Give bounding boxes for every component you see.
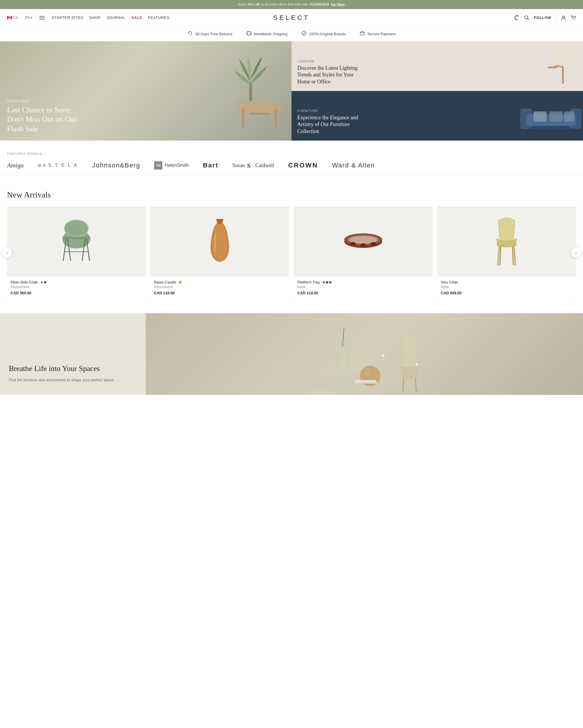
product-card-fiber-chair[interactable]: Fiber Side Chair Atmosphere CAD 365.00 — [7, 207, 146, 299]
products-carousel: ‹ — [7, 207, 576, 299]
brand-ward-allen[interactable]: Ward & Allen — [332, 162, 375, 169]
brand-amiga[interactable]: Amiga — [7, 162, 24, 169]
color-dot-black — [326, 281, 328, 284]
color-dot-blue — [323, 281, 325, 284]
stela-dot-1 — [37, 164, 41, 167]
svg-line-53 — [342, 328, 344, 347]
svg-rect-40 — [216, 219, 223, 221]
product-price-fiber-chair: CAD 365.00 — [10, 291, 142, 295]
svg-point-45 — [350, 242, 356, 245]
svg-rect-28 — [572, 128, 574, 134]
svg-line-4 — [527, 18, 529, 20]
svg-point-46 — [360, 243, 366, 247]
furniture-title: Experience the Elegance and Artistry of … — [297, 114, 361, 135]
product-image-carafe — [150, 207, 289, 277]
product-name-carafe: Raise Carafe — [154, 280, 286, 284]
brand-helen-smith[interactable]: HS HelenSmith — [154, 161, 189, 170]
new-arrivals-section: New Arrivals ‹ — [0, 176, 583, 307]
hero-furniture-panel[interactable]: FURNITURE Experience the Elegance and Ar… — [292, 91, 583, 140]
svg-rect-10 — [360, 32, 364, 35]
helen-label: HelenSmith — [165, 163, 189, 168]
nav-sale[interactable]: SALE — [131, 16, 142, 20]
nav-shop[interactable]: SHOP — [89, 16, 101, 20]
svg-rect-56 — [354, 382, 378, 384]
susan-s-logo: S — [247, 162, 254, 169]
svg-point-17 — [553, 45, 574, 67]
brands-row: Amiga S T E L A Johnson&Berg HS HelenSmi… — [7, 161, 576, 170]
nav-features[interactable]: FEATURES — [148, 16, 170, 20]
trust-payment-text: Secure Payment — [367, 32, 395, 36]
product-image-visu-chair — [437, 207, 576, 277]
language-selector[interactable]: EN ▾ — [25, 16, 32, 20]
svg-point-6 — [573, 19, 573, 20]
hero-left-panel[interactable]: FRASH SALE Last Chance to Save: Don't Mi… — [0, 42, 292, 140]
product-info-fiber-chair: Fiber Side Chair Atmosphere CAD 365.00 — [7, 277, 146, 299]
trust-payment: Secure Payment — [360, 31, 395, 37]
site-logo[interactable]: SELECT — [273, 14, 310, 22]
locale-flag: 🇨🇦 — [7, 15, 12, 20]
hero-right-panels: LIGHTING Discover the Latest Lighting Tr… — [292, 42, 583, 140]
hamburger-menu[interactable] — [39, 16, 45, 20]
stela-dot-2 — [42, 164, 46, 167]
brand-bart[interactable]: Bart — [203, 162, 218, 169]
carafe-colors — [179, 281, 181, 284]
language-label: EN — [25, 16, 30, 20]
product-card-tray[interactable]: Platform Tray Nook CAD 114.00 — [294, 207, 433, 299]
dark-mode-toggle[interactable] — [514, 15, 520, 20]
account-button[interactable] — [561, 15, 566, 20]
breathe-right-image[interactable] — [146, 313, 583, 395]
product-info-tray: Platform Tray Nook CAD 114.00 — [294, 277, 433, 299]
follow-button[interactable]: FOLLOW — [534, 16, 551, 20]
svg-point-60 — [382, 354, 385, 357]
product-card-carafe[interactable]: Raise Carafe Atmosphere CAD 110.00 — [150, 207, 289, 299]
lamp-decoration — [536, 44, 574, 88]
chevron-down-icon: ▾ — [31, 16, 32, 19]
product-card-visu-chair[interactable]: Visu Chair Idyllic CAD 659.00 — [437, 207, 576, 299]
trust-shipping-text: Worldwide Shipping — [254, 32, 287, 36]
color-dot-amber — [179, 281, 181, 284]
brand-crown[interactable]: CROWN — [288, 162, 318, 169]
trust-returns-text: 30-Days Free Returns — [195, 32, 232, 36]
svg-text:S: S — [247, 162, 250, 169]
product-name-fiber-chair: Fiber Side Chair — [10, 280, 142, 284]
original-icon — [301, 31, 307, 37]
products-grid: Fiber Side Chair Atmosphere CAD 365.00 — [7, 207, 576, 299]
svg-rect-24 — [533, 111, 547, 122]
nav-divider — [556, 15, 556, 21]
hero-lighting-content: LIGHTING Discover the Latest Lighting Tr… — [297, 60, 361, 85]
breathe-left-content: Breathe Life into Your Spaces Find the f… — [0, 313, 146, 395]
carousel-next-button[interactable]: › — [571, 247, 581, 258]
brand-johnson-berg[interactable]: Johnson&Berg — [92, 162, 140, 169]
svg-rect-25 — [550, 111, 563, 122]
carousel-prev-button[interactable]: ‹ — [2, 247, 12, 258]
susan-label-last: Caldwell — [255, 162, 274, 168]
hero-section: FRASH SALE Last Chance to Save: Don't Mi… — [0, 42, 583, 140]
nav-journal[interactable]: JOURNAL — [106, 16, 126, 20]
svg-rect-15 — [275, 108, 277, 129]
trust-bar: 30-Days Free Returns Worldwide Shipping … — [0, 27, 583, 42]
product-name-visu-chair: Visu Chair — [441, 280, 573, 284]
brand-stela[interactable]: S T E L A — [37, 163, 78, 168]
see-more-link[interactable]: See More — [331, 2, 345, 7]
brand-susan-caldwell[interactable]: Susan S Caldwell — [232, 162, 274, 169]
nav-right: FOLLOW — [292, 15, 576, 21]
nav-links: STARTER SITES SHOP JOURNAL SALE FEATURES — [52, 16, 170, 20]
cart-button[interactable] — [571, 15, 576, 20]
product-brand-tray: Nook — [297, 285, 429, 289]
hero-left-content: FRASH SALE Last Chance to Save: Don't Mi… — [7, 100, 89, 134]
hero-lighting-panel[interactable]: LIGHTING Discover the Latest Lighting Tr… — [292, 42, 583, 91]
svg-line-49 — [514, 246, 516, 265]
product-info-visu-chair: Visu Chair Idyllic CAD 659.00 — [437, 277, 576, 299]
nav-starter-sites[interactable]: STARTER SITES — [52, 16, 83, 20]
search-button[interactable] — [524, 15, 529, 20]
flash-sale-tag: FRASH SALE — [7, 100, 89, 103]
svg-line-48 — [498, 246, 499, 265]
fiber-chair-svg — [56, 218, 97, 265]
lighting-tag: LIGHTING — [297, 60, 361, 63]
locale-country: CA — [13, 16, 18, 20]
locale-selector[interactable]: 🇨🇦 CA — [7, 15, 18, 20]
new-arrivals-title: New Arrivals — [7, 190, 576, 200]
svg-point-55 — [365, 371, 370, 376]
product-brand-fiber-chair: Atmosphere — [10, 285, 142, 289]
lighting-title: Discover the Latest Lighting Trends and … — [297, 65, 361, 85]
